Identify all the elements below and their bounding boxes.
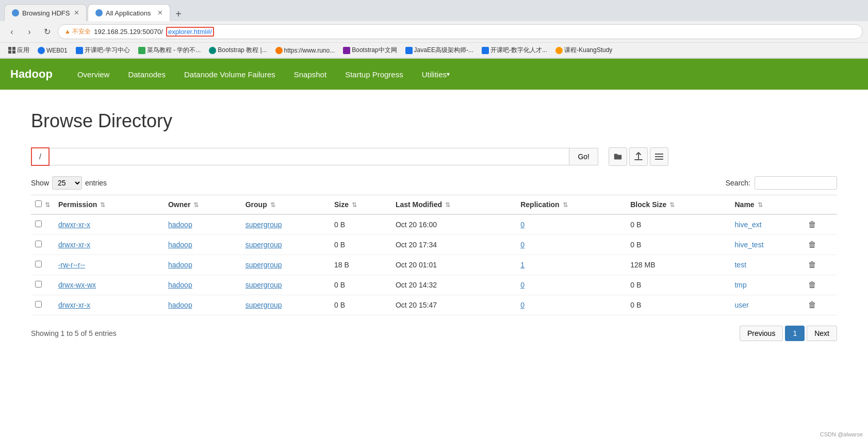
upload-button[interactable] [629, 147, 648, 166]
refresh-button[interactable]: ↻ [40, 25, 54, 39]
hadoop-navbar: Hadoop Overview Datanodes Datanode Volum… [0, 59, 868, 90]
nav-utilities[interactable]: Utilities [413, 59, 459, 90]
nav-startup-progress[interactable]: Startup Progress [336, 59, 413, 90]
nav-snapshot[interactable]: Snapshot [285, 59, 336, 90]
row-check-0[interactable] [35, 221, 42, 227]
row-check-1[interactable] [35, 241, 42, 247]
forward-button[interactable]: › [23, 25, 36, 39]
sort-icon-permission: ⇅ [100, 201, 105, 209]
bookmark-kaikeba2[interactable]: 开课吧-数字化人才... [479, 45, 550, 56]
name-link-0[interactable]: hive_ext [734, 221, 761, 229]
group-link-4[interactable]: supergroup [245, 301, 282, 309]
col-header-last-modified[interactable]: Last Modified ⇅ [391, 195, 516, 215]
permission-link-0[interactable]: drwxr-xr-x [58, 221, 90, 229]
bookmark-runoob[interactable]: 菜鸟教程 - 学的不... [135, 45, 204, 56]
permission-link-4[interactable]: drwxr-xr-x [58, 301, 90, 309]
tab-browsing-hdfs[interactable]: Browsing HDFS × [4, 4, 87, 21]
row-check-4[interactable] [35, 301, 42, 308]
row-modified-3: Oct 20 14:32 [391, 275, 516, 295]
owner-link-4[interactable]: hadoop [168, 301, 192, 309]
replication-link-0[interactable]: 0 [520, 221, 525, 229]
col-header-replication[interactable]: Replication ⇅ [516, 195, 626, 215]
bookmark-javaee-label: JavaEE高级架构师-... [414, 46, 473, 55]
col-header-permission[interactable]: Permission ⇅ [54, 195, 164, 215]
address-bar: ‹ › ↻ ▲ 不安全 192.168.25.129:50070/explore… [0, 21, 868, 43]
row-check-3[interactable] [35, 281, 42, 287]
bookmark-apps[interactable]: 应用 [5, 45, 32, 56]
url-box[interactable]: ▲ 不安全 192.168.25.129:50070/explorer.html… [58, 24, 863, 39]
entries-select[interactable]: 10 25 50 100 [52, 176, 82, 190]
bookmark-javaee[interactable]: JavaEE高级架构师-... [402, 45, 477, 56]
sort-icon-owner: ⇅ [193, 201, 199, 209]
delete-button-0[interactable]: 🗑 [808, 220, 816, 229]
pagination-row: Showing 1 to 5 of 5 entries Previous 1 N… [31, 326, 837, 341]
permission-link-3[interactable]: drwx-wx-wx [58, 281, 96, 289]
tab-label-1: Browsing HDFS [22, 9, 70, 17]
group-link-3[interactable]: supergroup [245, 281, 282, 289]
name-link-4[interactable]: user [734, 301, 748, 309]
bookmark-kuang[interactable]: 课程-KuangStudy [552, 45, 615, 56]
delete-button-3[interactable]: 🗑 [808, 280, 816, 289]
col-header-block-size[interactable]: Block Size ⇅ [626, 195, 730, 215]
bookmark-kaikeba[interactable]: 开课吧-学习中心 [73, 45, 133, 56]
table-controls: Show 10 25 50 100 entries Search: [31, 176, 837, 190]
new-tab-button[interactable]: + [171, 7, 186, 21]
group-link-2[interactable]: supergroup [245, 261, 282, 269]
replication-link-4[interactable]: 0 [520, 301, 525, 309]
show-label: Show [31, 179, 49, 187]
col-header-size[interactable]: Size ⇅ [330, 195, 391, 215]
row-check-2[interactable] [35, 261, 42, 267]
delete-button-1[interactable]: 🗑 [808, 240, 816, 249]
next-button[interactable]: Next [807, 326, 837, 341]
search-input[interactable] [755, 176, 837, 190]
nav-datanodes[interactable]: Datanodes [119, 59, 175, 90]
col-header-name[interactable]: Name ⇅ [730, 195, 804, 215]
group-link-0[interactable]: supergroup [245, 221, 282, 229]
select-all-checkbox[interactable] [35, 200, 42, 207]
go-button[interactable]: Go! [569, 148, 598, 165]
permission-link-2[interactable]: -rw-r--r-- [58, 261, 85, 269]
bookmark-bootstrap[interactable]: Bootstrap 教程 |... [206, 45, 270, 56]
tab-all-applications[interactable]: All Applications × [88, 4, 170, 21]
path-prefix[interactable]: / [31, 147, 50, 166]
row-name-1: hive_test [730, 235, 804, 255]
back-button[interactable]: ‹ [5, 25, 19, 39]
bookmark-kaikeba2-icon [482, 47, 489, 54]
bookmark-web01[interactable]: WEB01 [35, 46, 71, 55]
page-1-button[interactable]: 1 [785, 326, 805, 341]
page-title: Browse Directory [31, 110, 837, 132]
owner-link-3[interactable]: hadoop [168, 281, 192, 289]
permission-link-1[interactable]: drwxr-xr-x [58, 241, 90, 249]
row-permission-0: drwxr-xr-x [54, 214, 164, 235]
name-link-1[interactable]: hive_test [734, 241, 763, 249]
tab-close-1[interactable]: × [74, 9, 79, 17]
row-blocksize-4: 0 B [626, 295, 730, 315]
replication-link-2[interactable]: 1 [520, 261, 525, 269]
path-input[interactable] [50, 148, 570, 165]
tab-close-2[interactable]: × [158, 9, 162, 17]
nav-datanode-volume-failures[interactable]: Datanode Volume Failures [175, 59, 285, 90]
bookmark-bootstrap-cn[interactable]: Bootstrap中文网 [340, 45, 400, 56]
group-link-1[interactable]: supergroup [245, 241, 282, 249]
col-header-group[interactable]: Group ⇅ [241, 195, 330, 215]
replication-link-1[interactable]: 0 [520, 241, 525, 249]
nav-overview[interactable]: Overview [68, 59, 119, 90]
previous-button[interactable]: Previous [740, 326, 783, 341]
owner-link-0[interactable]: hadoop [168, 221, 192, 229]
replication-link-3[interactable]: 0 [520, 281, 525, 289]
delete-button-2[interactable]: 🗑 [808, 260, 816, 269]
bookmark-kaikeba-label: 开课吧-学习中心 [85, 46, 130, 55]
name-link-3[interactable]: tmp [734, 281, 746, 289]
delete-button-4[interactable]: 🗑 [808, 300, 816, 309]
owner-link-2[interactable]: hadoop [168, 261, 192, 269]
name-link-2[interactable]: test [734, 261, 746, 269]
row-owner-2: hadoop [164, 255, 241, 275]
list-button[interactable] [650, 147, 668, 166]
bookmark-runo[interactable]: https://www.runo... [272, 46, 338, 55]
owner-link-1[interactable]: hadoop [168, 241, 192, 249]
col-header-owner[interactable]: Owner ⇅ [164, 195, 241, 215]
col-modified-label: Last Modified [396, 200, 442, 209]
row-name-3: tmp [730, 275, 804, 295]
folder-button[interactable] [609, 147, 627, 166]
directory-table: ⇅ Permission ⇅ Owner ⇅ Group ⇅ Size ⇅ [31, 195, 837, 315]
